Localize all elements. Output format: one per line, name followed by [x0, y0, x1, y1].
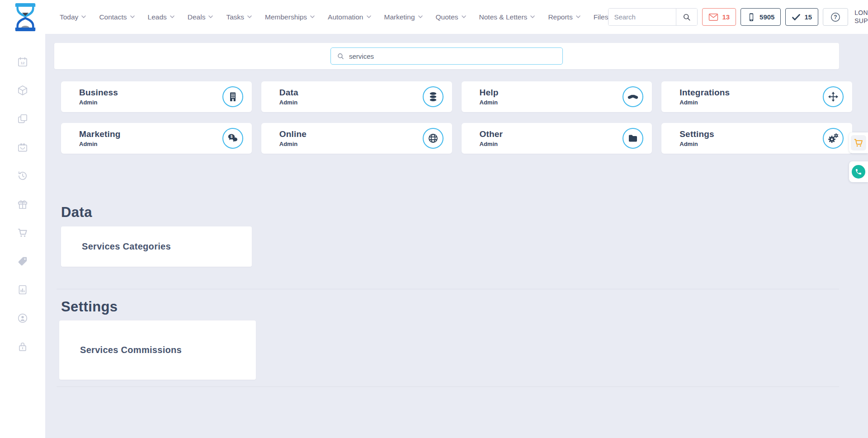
nav-item-files[interactable]: Files: [594, 13, 609, 21]
category-card-help[interactable]: Help Admin: [462, 81, 652, 112]
calls-count: 5905: [760, 13, 774, 21]
nav-item-leads[interactable]: Leads: [148, 13, 175, 21]
package-icon: [17, 85, 28, 96]
sidebar-item-history[interactable]: [16, 170, 29, 182]
category-title: Online: [279, 129, 423, 139]
cart-icon: [17, 227, 28, 239]
sidebar-item-shop[interactable]: [16, 226, 29, 239]
category-subtitle: Admin: [79, 99, 222, 106]
category-subtitle: Admin: [480, 99, 623, 106]
category-title: Other: [480, 129, 623, 139]
building-icon: [227, 91, 238, 102]
svg-text:$: $: [230, 134, 232, 139]
tasks-button[interactable]: 15: [785, 8, 818, 26]
sidebar-item-duplicates[interactable]: [16, 113, 29, 125]
user-name-line2: SUPPORT: [854, 17, 868, 25]
category-title: Business: [79, 88, 222, 98]
result-card-label: Services Commissions: [80, 345, 182, 355]
search-icon: [682, 13, 691, 22]
category-title: Data: [279, 88, 423, 98]
call-widget-button[interactable]: [849, 161, 868, 182]
copy-icon: [17, 113, 28, 125]
category-subtitle: Admin: [679, 141, 823, 147]
sidebar-item-reports[interactable]: [16, 283, 29, 296]
nav-item-deals[interactable]: Deals: [188, 13, 213, 21]
sidebar-item-camera[interactable]: [16, 141, 29, 154]
envelope-icon: [708, 13, 718, 21]
sidebar-item-members[interactable]: [16, 312, 29, 325]
report-icon: [17, 284, 28, 296]
section-divider: [57, 289, 839, 289]
nav-item-marketing[interactable]: Marketing: [384, 13, 423, 21]
help-button[interactable]: ?: [823, 8, 848, 26]
main-navigation: Today Contacts Leads Deals Tasks Members…: [60, 13, 608, 21]
nav-item-today[interactable]: Today: [60, 13, 86, 21]
category-card-other[interactable]: Other Admin: [462, 123, 652, 154]
main-content: Business Admin Data Admin Help Admin: [45, 34, 868, 438]
chevron-down-icon: [418, 15, 423, 19]
globe-icon: [428, 133, 439, 144]
nav-item-tasks[interactable]: Tasks: [226, 13, 252, 21]
messages-button[interactable]: 13: [702, 8, 736, 26]
sidebar-item-security[interactable]: [16, 340, 29, 353]
category-card-settings[interactable]: Settings Admin: [661, 123, 852, 154]
calendar-12-icon: 12: [17, 56, 28, 68]
category-title: Integrations: [679, 88, 823, 98]
gift-icon: [17, 198, 28, 210]
global-search: [608, 8, 698, 26]
chevron-down-icon: [81, 15, 86, 19]
chevron-down-icon: [310, 15, 315, 19]
category-subtitle: Admin: [480, 141, 623, 147]
chevron-down-icon: [247, 15, 252, 19]
global-search-input[interactable]: [609, 9, 676, 25]
result-card-services-commissions[interactable]: Services Commissions: [59, 320, 256, 380]
user-name-line1: LONDON: [854, 9, 868, 17]
category-title: Marketing: [79, 129, 222, 139]
shop-widget-button[interactable]: [849, 132, 868, 153]
sidebar-item-packages[interactable]: [16, 84, 29, 97]
admin-search-box: [330, 47, 563, 65]
sidebar-item-calendar[interactable]: 12: [16, 56, 29, 68]
member-circle-icon: [17, 312, 28, 324]
nav-item-automation[interactable]: Automation: [328, 13, 371, 21]
admin-category-grid: Business Admin Data Admin Help Admin: [61, 81, 852, 154]
category-card-integrations[interactable]: Integrations Admin: [661, 81, 852, 112]
check-icon: [792, 13, 801, 21]
nav-item-memberships[interactable]: Memberships: [265, 13, 315, 21]
category-subtitle: Admin: [279, 99, 423, 106]
category-card-data[interactable]: Data Admin: [261, 81, 452, 112]
app-logo-icon[interactable]: [12, 3, 39, 32]
category-card-online[interactable]: Online Admin: [261, 123, 452, 154]
sidebar-item-gifts[interactable]: [16, 198, 29, 211]
tasks-count: 15: [804, 13, 812, 21]
nav-item-quotes[interactable]: Quotes: [436, 13, 466, 21]
category-subtitle: Admin: [279, 141, 423, 147]
admin-search-input[interactable]: [349, 52, 557, 60]
chevron-down-icon: [130, 15, 135, 19]
category-card-business[interactable]: Business Admin: [61, 81, 252, 112]
gears-icon: [827, 132, 839, 144]
question-circle-icon: ?: [830, 12, 841, 23]
search-icon: [337, 52, 344, 60]
category-card-marketing[interactable]: Marketing Admin $: [61, 123, 252, 154]
user-name: LONDON SUPPORT: [854, 9, 868, 25]
sidebar-item-pricing[interactable]: [16, 255, 29, 268]
global-search-button[interactable]: [676, 9, 697, 25]
chevron-down-icon: [530, 15, 535, 19]
nav-item-reports[interactable]: Reports: [548, 13, 580, 21]
camera-icon: [17, 141, 28, 153]
category-subtitle: Admin: [679, 99, 823, 106]
messages-count: 13: [722, 13, 730, 21]
phone-icon: [855, 168, 862, 175]
nav-item-notes-letters[interactable]: Notes & Letters: [479, 13, 535, 21]
chevron-down-icon: [576, 15, 580, 19]
folder-icon: [627, 133, 638, 144]
section-divider: [57, 386, 839, 387]
calls-button[interactable]: 5905: [741, 8, 781, 26]
lock-icon: [17, 341, 28, 353]
result-card-services-categories[interactable]: Services Categories: [61, 226, 252, 267]
sidebar: 12: [0, 34, 45, 438]
smartphone-icon: [747, 12, 756, 22]
nav-item-contacts[interactable]: Contacts: [99, 13, 134, 21]
category-subtitle: Admin: [79, 141, 222, 147]
